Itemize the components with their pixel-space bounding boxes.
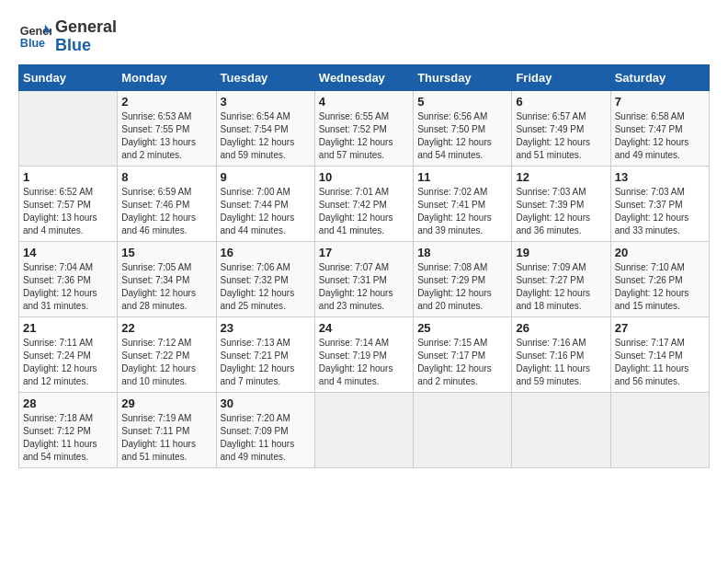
calendar-cell: 7 Sunrise: 6:58 AM Sunset: 7:47 PM Dayli… <box>610 90 709 166</box>
calendar-cell <box>512 392 610 467</box>
day-info: Sunrise: 6:54 AM Sunset: 7:54 PM Dayligh… <box>221 110 311 162</box>
day-info: Sunrise: 7:12 AM Sunset: 7:22 PM Dayligh… <box>121 337 211 388</box>
day-info: Sunrise: 7:05 AM Sunset: 7:34 PM Dayligh… <box>121 261 211 313</box>
calendar-cell: 29 Sunrise: 7:19 AM Sunset: 7:11 PM Dayl… <box>118 392 216 467</box>
day-info: Sunrise: 7:04 AM Sunset: 7:36 PM Dayligh… <box>23 261 113 313</box>
calendar-cell: 5 Sunrise: 6:56 AM Sunset: 7:50 PM Dayli… <box>414 90 512 166</box>
calendar-cell: 8 Sunrise: 6:59 AM Sunset: 7:46 PM Dayli… <box>118 166 216 241</box>
day-number: 23 <box>221 321 311 335</box>
weekday-header-tuesday: Tuesday <box>216 64 314 90</box>
calendar-week-row: 21 Sunrise: 7:11 AM Sunset: 7:24 PM Dayl… <box>19 316 710 392</box>
day-number: 11 <box>417 170 507 184</box>
day-info: Sunrise: 7:16 AM Sunset: 7:16 PM Dayligh… <box>516 337 606 388</box>
day-number: 1 <box>23 170 113 184</box>
day-info: Sunrise: 7:14 AM Sunset: 7:19 PM Dayligh… <box>319 337 409 388</box>
calendar-cell: 4 Sunrise: 6:55 AM Sunset: 7:52 PM Dayli… <box>314 90 413 166</box>
day-info: Sunrise: 7:18 AM Sunset: 7:12 PM Dayligh… <box>23 412 113 464</box>
day-info: Sunrise: 7:19 AM Sunset: 7:11 PM Dayligh… <box>121 412 211 464</box>
day-number: 3 <box>221 95 311 109</box>
calendar-cell: 14 Sunrise: 7:04 AM Sunset: 7:36 PM Dayl… <box>19 241 118 316</box>
calendar-cell: 27 Sunrise: 7:17 AM Sunset: 7:14 PM Dayl… <box>610 316 709 392</box>
calendar-cell: 2 Sunrise: 6:53 AM Sunset: 7:55 PM Dayli… <box>118 90 216 166</box>
weekday-header-friday: Friday <box>512 64 610 90</box>
calendar-cell: 18 Sunrise: 7:08 AM Sunset: 7:29 PM Dayl… <box>414 241 512 316</box>
day-number: 14 <box>23 246 113 259</box>
calendar-cell: 28 Sunrise: 7:18 AM Sunset: 7:12 PM Dayl… <box>19 392 118 467</box>
logo-icon: General Blue <box>18 20 51 53</box>
day-info: Sunrise: 7:09 AM Sunset: 7:27 PM Dayligh… <box>516 261 606 313</box>
logo-text: GeneralBlue <box>55 18 117 55</box>
calendar-cell: 26 Sunrise: 7:16 AM Sunset: 7:16 PM Dayl… <box>512 316 610 392</box>
calendar-week-row: 2 Sunrise: 6:53 AM Sunset: 7:55 PM Dayli… <box>19 90 710 166</box>
day-info: Sunrise: 7:03 AM Sunset: 7:39 PM Dayligh… <box>516 186 606 237</box>
calendar-cell: 11 Sunrise: 7:02 AM Sunset: 7:41 PM Dayl… <box>414 166 512 241</box>
day-number: 5 <box>417 95 507 109</box>
day-info: Sunrise: 7:02 AM Sunset: 7:41 PM Dayligh… <box>417 186 507 237</box>
day-number: 17 <box>319 246 409 259</box>
day-number: 12 <box>516 170 606 184</box>
day-number: 25 <box>417 321 507 335</box>
calendar-cell: 15 Sunrise: 7:05 AM Sunset: 7:34 PM Dayl… <box>118 241 216 316</box>
calendar-cell: 6 Sunrise: 6:57 AM Sunset: 7:49 PM Dayli… <box>512 90 610 166</box>
day-info: Sunrise: 7:06 AM Sunset: 7:32 PM Dayligh… <box>221 261 311 313</box>
calendar-cell: 12 Sunrise: 7:03 AM Sunset: 7:39 PM Dayl… <box>512 166 610 241</box>
day-info: Sunrise: 6:53 AM Sunset: 7:55 PM Dayligh… <box>121 110 211 162</box>
day-info: Sunrise: 7:07 AM Sunset: 7:31 PM Dayligh… <box>319 261 409 313</box>
day-number: 4 <box>319 95 409 109</box>
calendar-cell <box>314 392 413 467</box>
weekday-header-saturday: Saturday <box>610 64 709 90</box>
logo: General Blue GeneralBlue <box>18 18 117 55</box>
calendar-cell: 25 Sunrise: 7:15 AM Sunset: 7:17 PM Dayl… <box>414 316 512 392</box>
day-info: Sunrise: 7:00 AM Sunset: 7:44 PM Dayligh… <box>221 186 311 237</box>
calendar-cell: 10 Sunrise: 7:01 AM Sunset: 7:42 PM Dayl… <box>314 166 413 241</box>
day-number: 20 <box>615 246 705 259</box>
calendar-table: SundayMondayTuesdayWednesdayThursdayFrid… <box>18 64 710 468</box>
calendar-week-row: 14 Sunrise: 7:04 AM Sunset: 7:36 PM Dayl… <box>19 241 710 316</box>
calendar-cell: 1 Sunrise: 6:52 AM Sunset: 7:57 PM Dayli… <box>19 166 118 241</box>
calendar-cell <box>414 392 512 467</box>
calendar-cell: 17 Sunrise: 7:07 AM Sunset: 7:31 PM Dayl… <box>314 241 413 316</box>
day-info: Sunrise: 7:10 AM Sunset: 7:26 PM Dayligh… <box>615 261 705 313</box>
calendar-cell: 30 Sunrise: 7:20 AM Sunset: 7:09 PM Dayl… <box>216 392 314 467</box>
page-header: General Blue GeneralBlue <box>18 18 710 55</box>
calendar-cell: 9 Sunrise: 7:00 AM Sunset: 7:44 PM Dayli… <box>216 166 314 241</box>
day-info: Sunrise: 6:56 AM Sunset: 7:50 PM Dayligh… <box>417 110 507 162</box>
day-number: 29 <box>121 396 211 410</box>
weekday-header-wednesday: Wednesday <box>314 64 413 90</box>
day-number: 13 <box>615 170 705 184</box>
day-info: Sunrise: 7:03 AM Sunset: 7:37 PM Dayligh… <box>615 186 705 237</box>
day-number: 21 <box>23 321 113 335</box>
calendar-cell: 23 Sunrise: 7:13 AM Sunset: 7:21 PM Dayl… <box>216 316 314 392</box>
svg-text:Blue: Blue <box>20 37 45 50</box>
calendar-cell <box>610 392 709 467</box>
day-info: Sunrise: 6:58 AM Sunset: 7:47 PM Dayligh… <box>615 110 705 162</box>
day-number: 22 <box>121 321 211 335</box>
day-number: 27 <box>615 321 705 335</box>
day-number: 28 <box>23 396 113 410</box>
day-info: Sunrise: 6:59 AM Sunset: 7:46 PM Dayligh… <box>121 186 211 237</box>
day-number: 9 <box>221 170 311 184</box>
day-number: 30 <box>221 396 311 410</box>
calendar-cell: 21 Sunrise: 7:11 AM Sunset: 7:24 PM Dayl… <box>19 316 118 392</box>
day-number: 16 <box>221 246 311 259</box>
calendar-week-row: 28 Sunrise: 7:18 AM Sunset: 7:12 PM Dayl… <box>19 392 710 467</box>
calendar-header-row: SundayMondayTuesdayWednesdayThursdayFrid… <box>19 64 710 90</box>
day-number: 8 <box>121 170 211 184</box>
day-number: 10 <box>319 170 409 184</box>
day-info: Sunrise: 7:11 AM Sunset: 7:24 PM Dayligh… <box>23 337 113 388</box>
day-info: Sunrise: 7:01 AM Sunset: 7:42 PM Dayligh… <box>319 186 409 237</box>
day-number: 6 <box>516 95 606 109</box>
day-number: 24 <box>319 321 409 335</box>
day-number: 7 <box>615 95 705 109</box>
day-number: 26 <box>516 321 606 335</box>
day-number: 19 <box>516 246 606 259</box>
day-info: Sunrise: 6:52 AM Sunset: 7:57 PM Dayligh… <box>23 186 113 237</box>
day-info: Sunrise: 6:57 AM Sunset: 7:49 PM Dayligh… <box>516 110 606 162</box>
day-number: 2 <box>121 95 211 109</box>
day-info: Sunrise: 7:13 AM Sunset: 7:21 PM Dayligh… <box>221 337 311 388</box>
calendar-cell <box>19 90 118 166</box>
day-info: Sunrise: 7:15 AM Sunset: 7:17 PM Dayligh… <box>417 337 507 388</box>
calendar-cell: 22 Sunrise: 7:12 AM Sunset: 7:22 PM Dayl… <box>118 316 216 392</box>
calendar-cell: 13 Sunrise: 7:03 AM Sunset: 7:37 PM Dayl… <box>610 166 709 241</box>
day-info: Sunrise: 6:55 AM Sunset: 7:52 PM Dayligh… <box>319 110 409 162</box>
